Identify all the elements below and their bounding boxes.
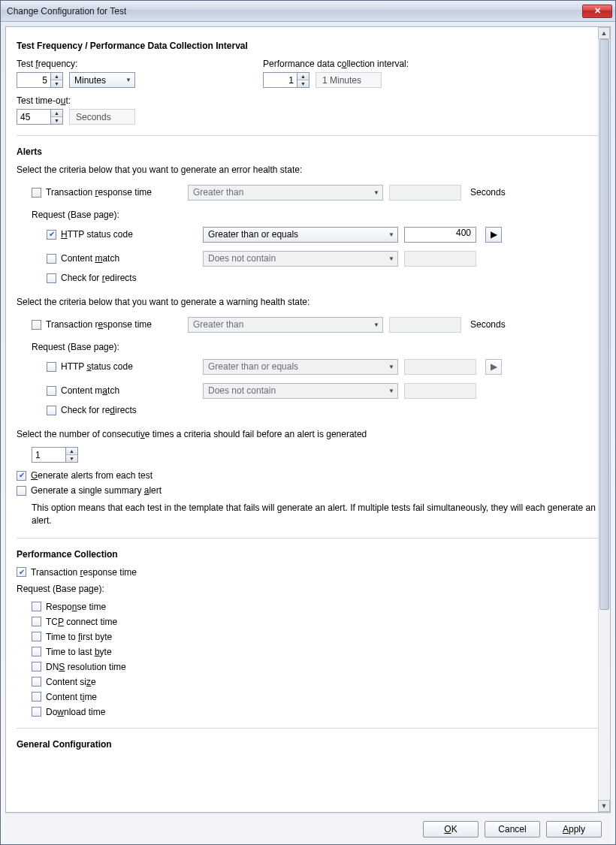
gen-single-checkbox[interactable] xyxy=(17,486,26,496)
timeout-unit-text: Seconds xyxy=(69,109,135,125)
perf-dns-checkbox[interactable] xyxy=(32,662,41,671)
perf-response-checkbox[interactable] xyxy=(32,602,41,611)
content-outer: Test Frequency / Performance Data Collec… xyxy=(1,22,615,844)
timeout-input[interactable] xyxy=(17,110,50,124)
warn-trt-checkbox[interactable] xyxy=(32,320,41,330)
dialog-window: Change Configuration for Test ✕ Test Fre… xyxy=(0,0,616,845)
warn-criteria-desc: Select the criteria below that you want … xyxy=(17,297,599,307)
close-button[interactable]: ✕ xyxy=(582,5,612,18)
section-test-frequency-title: Test Frequency / Performance Data Collec… xyxy=(17,41,599,51)
section-alerts-title: Alerts xyxy=(17,146,599,157)
error-content-checkbox[interactable] xyxy=(47,254,56,264)
perf-dl-checkbox[interactable] xyxy=(32,707,41,717)
perf-ttfb-checkbox[interactable] xyxy=(32,632,41,641)
error-trt-op-combo: Greater than▼ xyxy=(188,185,383,201)
play-button-disabled: ▶ xyxy=(485,359,502,375)
consecutive-desc: Select the number of consecutive times a… xyxy=(17,429,599,439)
interval-label: Performance data collection interval: xyxy=(263,59,409,69)
apply-button[interactable]: Apply xyxy=(546,821,602,837)
dialog-footer: OK Cancel Apply xyxy=(5,813,611,844)
error-trt-row: Transaction response time Greater than▼ … xyxy=(32,183,599,202)
scrollbar-thumb[interactable] xyxy=(599,39,609,610)
consecutive-input[interactable] xyxy=(32,448,65,462)
warn-http-op-combo: Greater than or equals▼ xyxy=(203,359,398,375)
chevron-down-icon: ▼ xyxy=(388,255,394,262)
perf-trt-checkbox[interactable] xyxy=(17,567,26,577)
perf-csize-checkbox[interactable] xyxy=(32,677,41,687)
warn-http-checkbox[interactable] xyxy=(47,362,56,372)
scroll-up-button[interactable]: ▲ xyxy=(598,27,610,39)
spin-down-icon[interactable]: ▼ xyxy=(51,80,62,88)
chevron-down-icon: ▼ xyxy=(373,321,379,328)
warn-trt-value xyxy=(389,317,461,333)
play-icon: ▶ xyxy=(491,361,497,372)
error-http-row: HTTP status code Greater than or equals▼… xyxy=(47,225,599,244)
window-title: Change Configuration for Test xyxy=(7,6,582,17)
perf-ctime-checkbox[interactable] xyxy=(32,692,41,702)
play-button[interactable]: ▶ xyxy=(485,227,502,243)
spin-down-icon[interactable]: ▼ xyxy=(66,455,77,463)
spin-down-icon[interactable]: ▼ xyxy=(51,117,62,125)
spin-up-icon[interactable]: ▲ xyxy=(51,73,62,80)
content-label: Content match xyxy=(61,253,119,264)
warn-content-checkbox[interactable] xyxy=(47,386,56,396)
ok-button[interactable]: OK xyxy=(423,821,479,837)
perf-request-label: Request (Base page): xyxy=(17,584,599,594)
error-http-checkbox[interactable] xyxy=(47,230,56,240)
error-content-op-combo: Does not contain▼ xyxy=(203,251,398,267)
warn-trt-op-combo: Greater than▼ xyxy=(188,317,383,333)
test-frequency-spinner[interactable]: ▲▼ xyxy=(17,72,63,88)
chevron-down-icon: ▼ xyxy=(125,77,131,83)
perf-ttlb-checkbox[interactable] xyxy=(32,647,41,656)
http-label: HTTP status code xyxy=(61,229,133,240)
content-panel: Test Frequency / Performance Data Collec… xyxy=(5,26,611,813)
chevron-down-icon: ▼ xyxy=(373,189,379,196)
timeout-label: Test time-out: xyxy=(17,95,569,106)
redirect-label: Check for redirects xyxy=(61,273,137,283)
warn-request-subhead: Request (Base page): xyxy=(32,342,599,352)
spin-up-icon[interactable]: ▲ xyxy=(66,448,77,455)
warn-content-row: Content match Does not contain▼ xyxy=(47,381,599,400)
warn-content-value xyxy=(404,383,476,399)
consecutive-spinner[interactable]: ▲▼ xyxy=(32,447,78,463)
interval-unit-text: 1 Minutes xyxy=(316,72,382,88)
spin-down-icon[interactable]: ▼ xyxy=(297,80,309,88)
chevron-down-icon: ▼ xyxy=(388,231,394,238)
section-perf-title: Performance Collection xyxy=(17,549,599,560)
perf-tcp-checkbox[interactable] xyxy=(32,617,41,626)
error-redirect-checkbox[interactable] xyxy=(47,273,56,283)
warn-redirect-checkbox[interactable] xyxy=(47,406,56,415)
warn-http-row: HTTP status code Greater than or equals▼… xyxy=(47,357,599,376)
error-trt-checkbox[interactable] xyxy=(32,188,41,198)
warn-http-value xyxy=(404,359,476,375)
error-criteria-desc: Select the criteria below that you want … xyxy=(17,164,599,175)
spin-up-icon[interactable]: ▲ xyxy=(51,110,62,117)
scroll-area[interactable]: Test Frequency / Performance Data Collec… xyxy=(6,27,610,812)
seconds-label: Seconds xyxy=(470,187,599,198)
section-general-title: General Configuration xyxy=(17,739,599,750)
gen-note: This option means that each test in the … xyxy=(32,502,599,527)
test-frequency-input[interactable] xyxy=(17,73,50,87)
interval-spinner[interactable]: ▲▼ xyxy=(263,72,310,88)
titlebar: Change Configuration for Test ✕ xyxy=(1,1,615,22)
scroll-down-button[interactable]: ▼ xyxy=(598,800,610,812)
interval-input[interactable] xyxy=(264,73,297,87)
gen-each-checkbox[interactable] xyxy=(17,471,26,481)
spin-up-icon[interactable]: ▲ xyxy=(297,73,309,80)
timeout-spinner[interactable]: ▲▼ xyxy=(17,109,63,125)
trt-label: Transaction response time xyxy=(46,187,152,198)
error-request-subhead: Request (Base page): xyxy=(32,210,599,220)
error-http-value[interactable]: 400 xyxy=(404,227,476,243)
chevron-down-icon: ▼ xyxy=(388,388,394,394)
chevron-down-icon: ▼ xyxy=(388,364,394,370)
error-content-row: Content match Does not contain▼ xyxy=(47,249,599,268)
test-frequency-label: Test frequency: xyxy=(17,59,227,69)
error-content-value xyxy=(404,251,476,267)
freq-interval-row: Test frequency: ▲▼ Minutes▼ Performance … xyxy=(17,59,599,88)
scrollbar-track[interactable] xyxy=(598,39,610,800)
error-trt-value xyxy=(389,185,461,201)
error-http-op-combo[interactable]: Greater than or equals▼ xyxy=(203,227,398,243)
cancel-button[interactable]: Cancel xyxy=(485,821,540,837)
test-frequency-unit-combo[interactable]: Minutes▼ xyxy=(69,72,135,88)
warn-content-op-combo: Does not contain▼ xyxy=(203,383,398,399)
